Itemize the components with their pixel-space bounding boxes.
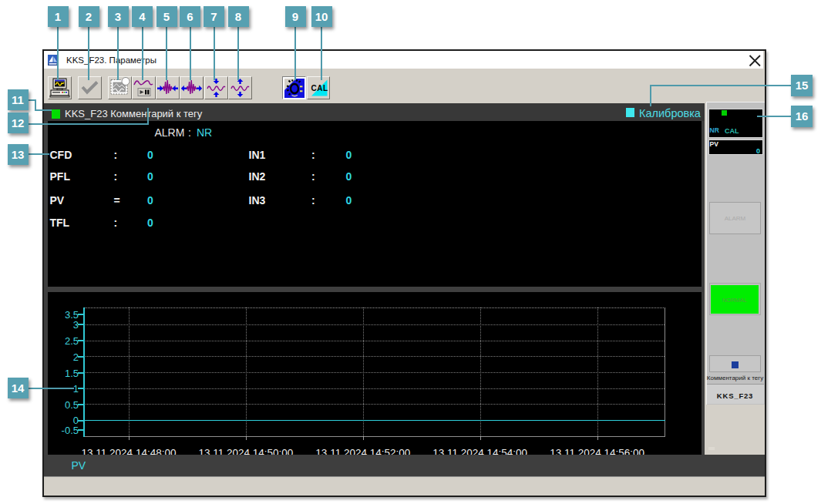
- svg-text:CAL: CAL: [311, 84, 328, 92]
